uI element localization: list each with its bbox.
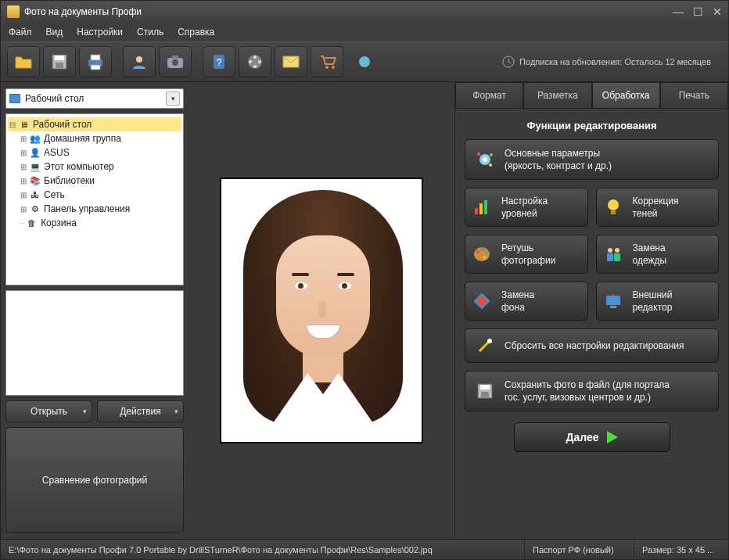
svg-point-18	[325, 66, 329, 69]
tab-format[interactable]: Формат	[455, 82, 523, 109]
print-icon[interactable]	[79, 46, 112, 77]
folder-open-icon[interactable]	[7, 46, 40, 77]
svg-rect-45	[481, 392, 489, 397]
recycle-bin-icon: 🗑	[26, 217, 38, 229]
monitor-export-icon	[603, 291, 623, 311]
palette-icon	[472, 244, 492, 264]
svg-point-13	[253, 56, 257, 59]
background-label: Замена фона	[501, 289, 534, 314]
tree-item[interactable]: ⊞⚙Панель управления	[8, 202, 181, 216]
help-book-icon[interactable]: ?	[203, 46, 235, 77]
save-icon[interactable]	[43, 46, 76, 77]
app-window: Фото на документы Профи — ☐ ✕ Файл Вид Н…	[0, 0, 729, 560]
menubar: Файл Вид Настройки Стиль Справка	[1, 23, 728, 41]
clothes-button[interactable]: Замена одежды	[596, 235, 720, 274]
retouch-label: Ретушь фотографии	[501, 242, 555, 267]
location-combo-label: Рабочий стол	[25, 93, 166, 104]
svg-rect-40	[606, 296, 620, 305]
reset-button[interactable]: Сбросить все настройки редактирования	[465, 328, 719, 363]
functions-area: Основные параметры (яркость, контраст и …	[455, 139, 728, 411]
tree-item[interactable]: ⊞📚Библиотеки	[8, 174, 181, 188]
people-swap-icon	[603, 244, 623, 264]
chevron-down-icon[interactable]: ▾	[166, 92, 180, 106]
svg-point-14	[258, 60, 261, 63]
preview-area	[189, 82, 454, 539]
mail-icon[interactable]	[275, 46, 307, 77]
background-button[interactable]: Замена фона	[465, 282, 588, 321]
svg-rect-5	[91, 65, 100, 70]
svg-point-8	[172, 59, 178, 66]
info-dot-icon[interactable]	[359, 56, 370, 67]
next-label: Далее	[566, 431, 598, 443]
minimize-button[interactable]: —	[673, 5, 684, 18]
arrow-right-icon	[607, 431, 618, 443]
status-doc-type: Паспорт РФ (новый)	[525, 540, 634, 559]
svg-point-22	[483, 157, 487, 162]
levels-button[interactable]: Настройка уровней	[465, 188, 588, 227]
tab-processing[interactable]: Обработка	[592, 82, 660, 109]
svg-point-34	[485, 252, 488, 255]
network-icon: 🖧	[29, 189, 41, 201]
menu-settings[interactable]: Настройки	[77, 27, 123, 38]
tab-print[interactable]: Печать	[660, 82, 728, 109]
svg-point-33	[481, 248, 484, 251]
folder-tree[interactable]: ⊟🖥 Рабочий стол ⊞👥Домашняя группа ⊞👤ASUS…	[5, 113, 184, 285]
svg-text:?: ?	[217, 57, 222, 68]
tree-item[interactable]: ⊞👤ASUS	[8, 145, 181, 160]
menu-file[interactable]: Файл	[9, 27, 32, 38]
tree-item[interactable]: ⊞💻Этот компьютер	[8, 160, 181, 174]
shadows-button[interactable]: Коррекция теней	[596, 188, 720, 227]
tree-item[interactable]: ⊞🖧Сеть	[8, 188, 181, 202]
actions-button[interactable]: Действия▾	[97, 400, 184, 422]
tab-markup[interactable]: Разметка	[523, 82, 591, 109]
location-combo[interactable]: Рабочий стол ▾	[5, 88, 184, 109]
menu-help[interactable]: Справка	[178, 27, 214, 38]
tree-item[interactable]: ····🗑Корзина	[8, 216, 181, 230]
next-button[interactable]: Далее	[514, 422, 670, 452]
svg-point-29	[608, 199, 619, 210]
save-label: Сохранить фото в файл (для портала гос. …	[505, 379, 670, 404]
tree-item[interactable]: ⊞👥Домашняя группа	[8, 131, 181, 145]
section-title: Функции редактирования	[455, 109, 728, 139]
svg-rect-1	[55, 56, 64, 60]
computer-icon: 💻	[29, 161, 41, 173]
close-button[interactable]: ✕	[713, 5, 722, 18]
svg-rect-4	[91, 55, 100, 60]
svg-point-15	[249, 60, 252, 63]
menu-style[interactable]: Стиль	[137, 27, 163, 38]
status-size: Размер: 35 x 45 ...	[634, 540, 728, 559]
thumbnail-panel[interactable]	[5, 290, 184, 396]
menu-view[interactable]: Вид	[46, 27, 63, 38]
compare-button[interactable]: Сравнение фотографий	[5, 427, 184, 533]
svg-rect-41	[610, 306, 616, 308]
tree-root[interactable]: ⊟🖥 Рабочий стол	[8, 117, 181, 131]
svg-point-35	[483, 256, 486, 259]
tree-root-label: Рабочий стол	[33, 119, 92, 130]
statusbar: E:\Фото на документы Профи 7.0 Portable …	[1, 539, 728, 559]
save-file-button[interactable]: Сохранить фото в файл (для портала гос. …	[465, 371, 719, 411]
tree-item-label: Корзина	[41, 217, 77, 228]
svg-rect-28	[484, 200, 487, 214]
portrait-icon[interactable]	[123, 46, 156, 77]
tree-item-label: Сеть	[44, 189, 65, 200]
clothes-label: Замена одежды	[633, 242, 667, 267]
main-params-button[interactable]: Основные параметры (яркость, контраст и …	[465, 139, 719, 180]
libraries-icon: 📚	[29, 175, 41, 187]
maximize-button[interactable]: ☐	[693, 5, 703, 18]
status-path: E:\Фото на документы Профи 7.0 Portable …	[1, 540, 525, 559]
cart-icon[interactable]	[311, 46, 343, 77]
shadows-label: Коррекция теней	[633, 195, 679, 220]
open-button[interactable]: Открыть▾	[5, 400, 92, 422]
film-reel-icon[interactable]	[239, 46, 271, 77]
camera-icon[interactable]	[159, 46, 192, 77]
left-panel: Рабочий стол ▾ ⊟🖥 Рабочий стол ⊞👥Домашня…	[1, 82, 189, 539]
lightbulb-icon	[603, 197, 623, 217]
toolbar: ? Подписка на обновления: Осталось 12 ме…	[1, 41, 728, 82]
svg-rect-2	[56, 63, 63, 68]
bars-icon	[472, 197, 492, 217]
retouch-button[interactable]: Ретушь фотографии	[465, 235, 588, 274]
subscription-status: Подписка на обновления: Осталось 12 меся…	[502, 56, 722, 68]
external-editor-button[interactable]: Внешний редактор	[596, 282, 720, 321]
photo-preview[interactable]	[220, 178, 423, 443]
wand-icon	[475, 336, 495, 356]
